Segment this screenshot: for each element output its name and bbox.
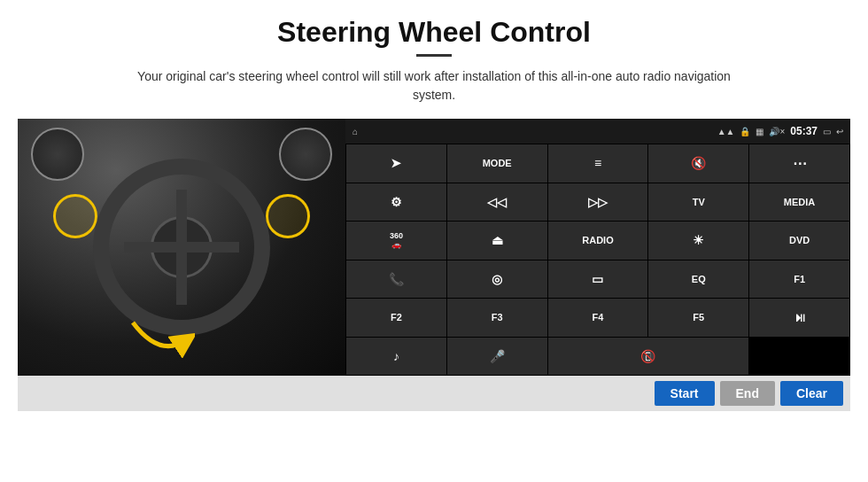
screen-icon: ▭ [823, 127, 831, 136]
btn-f4[interactable]: F4 [548, 299, 648, 337]
page-title: Steering Wheel Control [277, 16, 591, 49]
status-time: 05:37 [790, 125, 818, 137]
gauge-right [279, 128, 332, 181]
lock-icon: 🔒 [740, 127, 750, 136]
btn-screen[interactable]: ▭ [548, 260, 648, 299]
back-icon: ↩ [836, 127, 843, 136]
btn-media[interactable]: MEDIA [749, 183, 849, 222]
btn-f5[interactable]: F5 [648, 299, 748, 337]
btn-apps[interactable]: ⋯ [749, 144, 849, 183]
steering-wheel [93, 159, 270, 336]
bottom-action-bar: Start End Clear [18, 376, 850, 411]
right-button-highlight [266, 194, 310, 238]
sim-icon: ▦ [756, 127, 763, 136]
btn-next[interactable]: ▷▷ [548, 183, 648, 222]
btn-nav[interactable]: ◎ [447, 260, 547, 299]
btn-radio[interactable]: RADIO [548, 222, 648, 260]
btn-dvd[interactable]: DVD [749, 222, 849, 260]
wifi-icon: ▲▲ [717, 127, 735, 136]
btn-brightness[interactable]: ☀ [648, 222, 748, 260]
btn-360[interactable]: 360🚗 [346, 222, 446, 260]
btn-eq[interactable]: EQ [648, 260, 748, 299]
btn-mic[interactable]: 🎤 [447, 338, 547, 376]
clear-button[interactable]: Clear [780, 381, 843, 406]
home-icon: ⌂ [353, 127, 358, 136]
status-bar: ⌂ ▲▲ 🔒 ▦ 🔊× 05:37 ▭ ↩ [345, 119, 850, 144]
btn-settings[interactable]: ⚙ [346, 183, 446, 222]
spoke-vertical [176, 190, 187, 305]
end-button[interactable]: End [720, 381, 775, 406]
btn-music[interactable]: ♪ [346, 338, 446, 376]
btn-f2[interactable]: F2 [346, 299, 446, 337]
btn-send[interactable]: ➤ [346, 144, 446, 183]
start-button[interactable]: Start [655, 381, 715, 406]
arrow-indicator [124, 314, 195, 367]
btn-phone[interactable]: 📞 [346, 260, 446, 299]
title-divider [416, 54, 452, 57]
btn-playpause[interactable]: ⏯ [749, 299, 849, 337]
bt-icon: 🔊× [769, 127, 785, 136]
gauge-left [31, 128, 84, 181]
btn-mode[interactable]: MODE [447, 144, 547, 183]
btn-f3[interactable]: F3 [447, 299, 547, 337]
control-button-grid: ➤ MODE ≡ 🔇 ⋯ ⚙ ◁◁ ▷▷ TV MEDIA 360🚗 ⏏ RAD… [345, 144, 850, 376]
btn-f1[interactable]: F1 [749, 260, 849, 299]
page-subtitle: Your original car's steering wheel contr… [124, 67, 744, 105]
btn-phonecall[interactable]: 📵 [548, 338, 749, 376]
btn-eject[interactable]: ⏏ [447, 222, 547, 260]
left-button-highlight [53, 194, 97, 238]
steering-wheel-image [18, 119, 345, 376]
btn-prev[interactable]: ◁◁ [447, 183, 547, 222]
btn-tv[interactable]: TV [648, 183, 748, 222]
btn-list[interactable]: ≡ [548, 144, 648, 183]
btn-mute[interactable]: 🔇 [648, 144, 748, 183]
